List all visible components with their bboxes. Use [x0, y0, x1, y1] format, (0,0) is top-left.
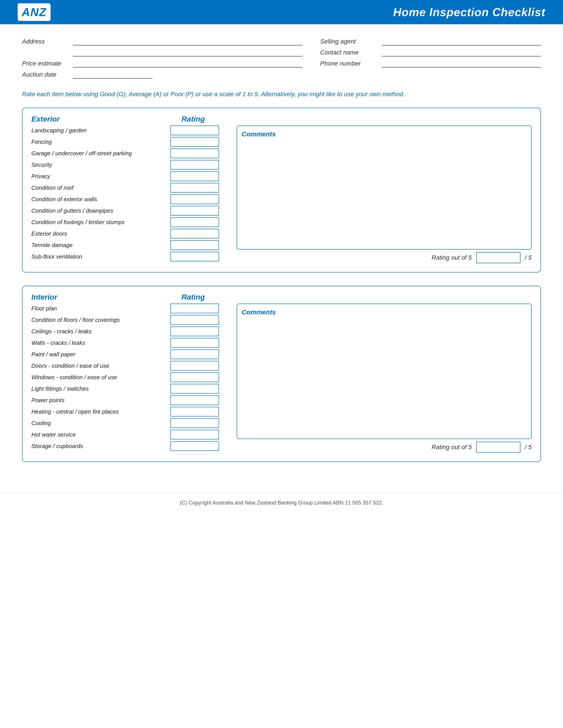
phone-number-input[interactable] — [382, 60, 541, 68]
price-estimate-row: Price estimate — [22, 60, 303, 68]
address-label: Address — [22, 38, 68, 45]
interior-item-input-7[interactable] — [170, 384, 219, 394]
exterior-item-input-10[interactable] — [170, 240, 219, 250]
exterior-item-row: Condition of gutters / downpipes — [31, 206, 230, 216]
exterior-item-label: Sub-floor ventilation — [31, 253, 168, 260]
exterior-item-input-4[interactable] — [170, 171, 219, 181]
exterior-comments-input[interactable] — [241, 140, 527, 243]
exterior-item-row: Condition of footings / timber stumps — [31, 217, 230, 227]
exterior-item-label: Landscaping / garden — [31, 127, 168, 134]
exterior-item-input-2[interactable] — [170, 148, 219, 158]
exterior-item-input-3[interactable] — [170, 160, 219, 170]
interior-rating-label: Rating — [181, 293, 243, 301]
left-fields: Address Price estimate Auction date — [22, 38, 303, 79]
footer: (C) Copyright Australia and New Zealand … — [0, 493, 563, 515]
interior-item-row: Power points — [31, 395, 230, 405]
interior-items-list: Floor plan Condition of floors / floor c… — [31, 304, 230, 453]
interior-comments-input[interactable] — [241, 318, 527, 433]
exterior-item-row: Fencing — [31, 137, 230, 147]
selling-agent-input[interactable] — [382, 38, 541, 45]
exterior-item-label: Condition of exterior walls — [31, 196, 168, 203]
interior-item-label: Walls - cracks / leaks — [31, 340, 168, 346]
interior-item-label: Hot water service — [31, 431, 168, 438]
exterior-item-input-0[interactable] — [170, 126, 219, 135]
interior-item-label: Windows - condition / ease of use — [31, 374, 168, 381]
interior-item-label: Floor plan — [31, 305, 168, 312]
interior-item-row: Floor plan — [31, 304, 230, 313]
auction-date-input[interactable] — [73, 71, 152, 79]
exterior-item-input-5[interactable] — [170, 183, 219, 193]
interior-item-label: Ceilings - cracks / leaks — [31, 328, 168, 335]
interior-item-input-1[interactable] — [170, 315, 219, 325]
interior-item-row: Light fittings / switches — [31, 384, 230, 394]
interior-rating-out-row: Rating out of 5 / 5 — [237, 442, 532, 453]
price-estimate-input[interactable] — [73, 60, 303, 68]
interior-item-label: Storage / cupboards — [31, 443, 168, 450]
exterior-item-label: Security — [31, 161, 168, 168]
selling-agent-label: Selling agent — [320, 38, 378, 45]
interior-header: Interior Rating — [31, 293, 532, 301]
contact-name-label: Contact name — [320, 49, 378, 56]
interior-item-row: Storage / cupboards — [31, 441, 230, 451]
instruction-text: Rate each item below using Good (G), Ave… — [22, 90, 508, 99]
exterior-item-input-11[interactable] — [170, 252, 219, 261]
phone-number-label: Phone number — [320, 60, 378, 67]
interior-comments-box: Comments — [237, 304, 532, 439]
exterior-rating-out-row: Rating out of 5 / 5 — [237, 252, 532, 263]
interior-item-label: Cooling — [31, 420, 168, 427]
interior-rating-out-input[interactable] — [476, 442, 520, 453]
interior-item-row: Ceilings - cracks / leaks — [31, 326, 230, 336]
interior-item-row: Doors - condition / ease of use — [31, 361, 230, 371]
interior-item-input-5[interactable] — [170, 361, 219, 371]
anz-logo: ANZ — [18, 3, 51, 21]
interior-item-row: Cooling — [31, 418, 230, 428]
exterior-item-input-6[interactable] — [170, 194, 219, 204]
exterior-item-row: Condition of roof — [31, 183, 230, 193]
exterior-comments-area: Comments Rating out of 5 / 5 — [237, 126, 532, 263]
exterior-rating-slash: / 5 — [525, 254, 532, 261]
exterior-item-input-9[interactable] — [170, 229, 219, 238]
exterior-rating-out-input[interactable] — [476, 252, 520, 263]
exterior-item-label: Fencing — [31, 139, 168, 145]
address-input-2[interactable] — [73, 49, 303, 56]
address-input-1[interactable] — [73, 38, 303, 45]
address-row-2 — [22, 49, 303, 56]
main-content: Address Price estimate Auction date Sell… — [0, 24, 563, 488]
interior-rating-slash: / 5 — [525, 444, 532, 451]
interior-item-row: Paint / wall paper — [31, 349, 230, 359]
exterior-item-label: Garage / undercover / off-street parking — [31, 150, 168, 157]
exterior-item-row: Termite damage — [31, 240, 230, 250]
interior-item-input-4[interactable] — [170, 349, 219, 359]
interior-item-input-12[interactable] — [170, 441, 219, 451]
exterior-rating-out-label: Rating out of 5 — [432, 254, 472, 261]
interior-item-row: Condition of floors / floor coverings — [31, 315, 230, 325]
exterior-item-row: Exterior doors — [31, 229, 230, 238]
contact-name-row: Contact name — [320, 49, 541, 56]
form-fields: Address Price estimate Auction date Sell… — [22, 38, 541, 79]
exterior-item-label: Condition of footings / timber stumps — [31, 219, 168, 226]
exterior-item-label: Termite damage — [31, 242, 168, 249]
interior-item-label: Doors - condition / ease of use — [31, 362, 168, 369]
interior-item-input-8[interactable] — [170, 395, 219, 405]
interior-item-input-9[interactable] — [170, 407, 219, 417]
exterior-item-row: Privacy — [31, 171, 230, 181]
exterior-item-input-7[interactable] — [170, 206, 219, 216]
interior-item-label: Power points — [31, 397, 168, 404]
interior-item-input-2[interactable] — [170, 326, 219, 336]
interior-item-input-0[interactable] — [170, 304, 219, 313]
interior-item-input-3[interactable] — [170, 338, 219, 348]
exterior-item-row: Garage / undercover / off-street parking — [31, 148, 230, 158]
interior-item-row: Hot water service — [31, 430, 230, 439]
interior-item-input-6[interactable] — [170, 372, 219, 382]
exterior-header: Exterior Rating — [31, 115, 532, 123]
contact-name-input[interactable] — [382, 49, 541, 56]
exterior-item-row: Security — [31, 160, 230, 170]
exterior-item-input-1[interactable] — [170, 137, 219, 147]
exterior-comments-box: Comments — [237, 126, 532, 250]
interior-item-input-11[interactable] — [170, 430, 219, 439]
interior-item-input-10[interactable] — [170, 418, 219, 428]
exterior-item-input-8[interactable] — [170, 217, 219, 227]
exterior-item-row: Sub-floor ventilation — [31, 252, 230, 261]
auction-date-label: Auction date — [22, 71, 68, 78]
phone-number-row: Phone number — [320, 60, 541, 68]
